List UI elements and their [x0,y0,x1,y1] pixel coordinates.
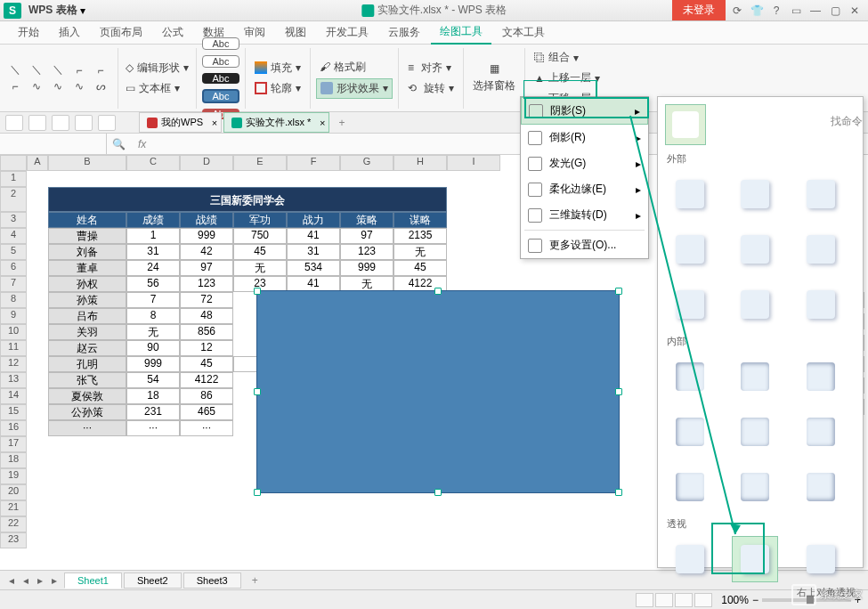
qat-preview[interactable] [98,115,116,131]
table-cell[interactable]: 公孙策 [48,404,126,420]
row-header[interactable]: 9 [0,308,27,324]
line-tool[interactable]: ＼ [27,63,46,77]
shadow-option[interactable] [667,464,713,510]
col-header-I[interactable]: I [447,155,500,171]
row-header[interactable]: 7 [0,276,27,292]
col-header-A[interactable]: A [27,155,48,171]
menu-云服务[interactable]: 云服务 [379,21,429,44]
menu-审阅[interactable]: 审阅 [235,21,274,44]
shadow-option[interactable] [798,464,844,510]
connector-tool[interactable]: ⌐ [69,63,89,77]
table-cell[interactable]: 231 [126,404,180,420]
sheet-tab[interactable]: Sheet3 [183,572,241,589]
table-cell[interactable]: 54 [126,372,180,388]
table-cell[interactable]: 90 [126,340,180,356]
table-cell[interactable]: 18 [126,388,180,404]
inserted-rectangle-shape[interactable] [256,290,620,493]
menu-开发工具[interactable]: 开发工具 [317,21,377,44]
table-cell[interactable]: 12 [180,340,233,356]
table-cell[interactable]: 45 [393,260,447,276]
shadow-option[interactable] [732,353,778,400]
resize-handle[interactable] [434,288,442,295]
shadow-option[interactable] [667,281,713,328]
table-cell[interactable]: 856 [180,324,233,340]
table-cell[interactable]: 吕布 [48,308,126,324]
row-header[interactable]: 4 [0,228,27,244]
menu-插入[interactable]: 插入 [50,21,89,44]
effect-menu-item[interactable]: 阴影(S)▸ [521,97,648,125]
shadow-option[interactable] [798,409,844,455]
row-header[interactable]: 20 [0,484,27,500]
curve-tool[interactable]: ∿ [27,79,46,93]
qat-undo[interactable] [28,115,46,131]
shadow-option-selected[interactable] [732,536,778,582]
rotate-button[interactable]: ⟲旋转▾ [404,79,458,98]
shadow-option[interactable] [667,353,713,400]
search-icon[interactable]: 🔍 [107,138,131,150]
scribble-tool[interactable]: ᔕ [91,79,110,93]
shadow-option[interactable] [798,226,844,272]
close-icon[interactable]: × [320,118,325,128]
row-header[interactable]: 6 [0,260,27,276]
normal-view[interactable] [636,593,653,607]
table-cell[interactable]: 31 [126,244,180,260]
menu-视图[interactable]: 视图 [276,21,315,44]
table-cell[interactable]: 123 [180,276,233,292]
table-cell[interactable]: ··· [126,420,180,436]
effect-menu-item[interactable]: 发光(G)▸ [521,150,648,176]
effect-menu-item[interactable]: 柔化边缘(E)▸ [521,176,648,202]
shirt-icon[interactable]: 👕 [749,3,765,19]
col-header-B[interactable]: B [48,155,126,171]
sheet-tab[interactable]: Sheet2 [124,572,182,589]
effect-menu-item[interactable]: 三维旋转(D)▸ [521,202,648,228]
style-swatch-selected[interactable]: Abc [202,89,239,103]
row-header[interactable]: 14 [0,388,27,404]
shadow-option[interactable] [732,171,778,217]
resize-handle[interactable] [254,388,261,395]
table-cell[interactable]: 刘备 [48,244,126,260]
close-icon[interactable]: × [212,118,217,128]
table-cell[interactable]: 56 [126,276,180,292]
table-cell[interactable]: 999 [340,260,393,276]
col-header-H[interactable]: H [393,155,447,171]
fx-button[interactable]: fx [131,138,153,150]
line-tool[interactable]: ＼ [48,63,68,77]
sync-icon[interactable]: ⟳ [729,3,745,19]
row-header[interactable]: 10 [0,324,27,340]
row-header[interactable]: 15 [0,404,27,420]
group-button[interactable]: ⿻组合 ▾ [531,48,604,67]
doc-tab-file[interactable]: 实验文件.xlsx *× [223,112,329,133]
line-tool[interactable]: ＼ [5,63,25,77]
col-header-E[interactable]: E [233,155,287,171]
table-cell[interactable]: 7 [126,292,180,308]
shadow-option[interactable] [667,171,713,217]
row-header[interactable]: 1 [0,171,27,187]
style-swatch[interactable]: Abc [202,73,239,84]
row-header[interactable]: 17 [0,436,27,452]
table-cell[interactable]: 42 [180,244,233,260]
row-header[interactable]: 5 [0,244,27,260]
col-header-C[interactable]: C [126,155,180,171]
select-all-corner[interactable] [0,155,27,171]
row-header[interactable]: 18 [0,452,27,468]
resize-handle[interactable] [615,388,622,395]
table-cell[interactable]: 关羽 [48,324,126,340]
table-cell[interactable]: 45 [180,356,233,372]
up-layer-button[interactable]: ▲上移一层 ▾ [531,69,604,87]
shadow-option[interactable] [667,536,713,582]
login-button[interactable]: 未登录 [672,0,726,20]
menu-绘图工具[interactable]: 绘图工具 [431,20,491,45]
resize-handle[interactable] [615,288,622,295]
qat-save[interactable] [5,115,23,131]
align-button[interactable]: ≡对齐▾ [404,59,458,77]
shadow-option[interactable] [732,281,778,328]
table-cell[interactable]: ··· [180,420,233,436]
table-cell[interactable]: 4122 [180,372,233,388]
table-cell[interactable]: 无 [233,260,287,276]
row-header[interactable]: 19 [0,468,27,484]
shadow-option[interactable] [667,226,713,272]
table-cell[interactable]: 1 [126,228,180,244]
resize-handle[interactable] [615,489,622,496]
shape-effect-button[interactable]: 形状效果 ▾ [316,78,393,99]
table-cell[interactable]: 97 [180,260,233,276]
